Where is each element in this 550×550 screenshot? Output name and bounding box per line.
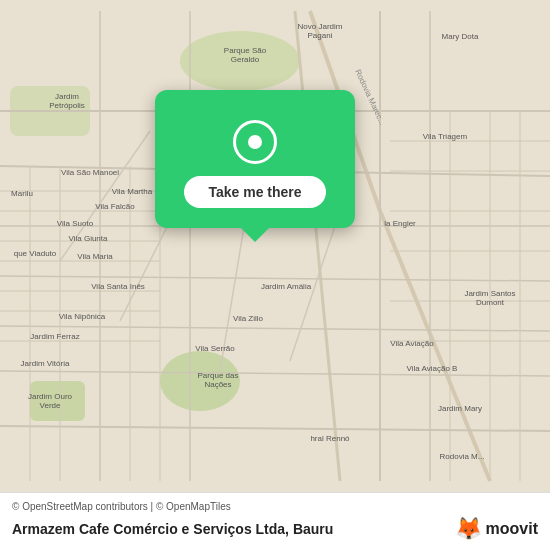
svg-text:Vila Serrão: Vila Serrão — [195, 344, 235, 353]
svg-text:Vila Aviação B: Vila Aviação B — [407, 364, 458, 373]
svg-text:Jardim Ouro: Jardim Ouro — [28, 392, 73, 401]
svg-text:Vila Santa Inês: Vila Santa Inês — [91, 282, 145, 291]
svg-text:Vila Suoto: Vila Suoto — [57, 219, 94, 228]
svg-text:Jardim Santos: Jardim Santos — [464, 289, 515, 298]
svg-text:Pagani: Pagani — [308, 31, 333, 40]
svg-text:Dumont: Dumont — [476, 298, 505, 307]
map-area: Novo Jardim Pagani Mary Dota Parque São … — [0, 0, 550, 492]
moovit-icon: 🦊 — [455, 516, 482, 542]
svg-text:Parque São: Parque São — [224, 46, 267, 55]
place-info-row: Armazem Cafe Comércio e Serviços Ltda, B… — [12, 516, 538, 542]
location-pin-icon — [233, 120, 277, 164]
svg-text:Vila Nipônica: Vila Nipônica — [59, 312, 106, 321]
map-svg: Novo Jardim Pagani Mary Dota Parque São … — [0, 0, 550, 492]
svg-text:Novo Jardim: Novo Jardim — [298, 22, 343, 31]
svg-text:Jardim Vitória: Jardim Vitória — [21, 359, 70, 368]
svg-text:Jardim Amália: Jardim Amália — [261, 282, 312, 291]
map-popup: Take me there — [155, 90, 355, 228]
svg-text:Vila Maria: Vila Maria — [77, 252, 113, 261]
take-me-there-button[interactable]: Take me there — [184, 176, 325, 208]
svg-text:Vila São Manoel: Vila São Manoel — [61, 168, 119, 177]
svg-text:hral Rennó: hral Rennó — [310, 434, 350, 443]
svg-text:Petrópolis: Petrópolis — [49, 101, 85, 110]
svg-text:Nações: Nações — [204, 380, 231, 389]
place-name: Armazem Cafe Comércio e Serviços Ltda, B… — [12, 521, 447, 537]
moovit-logo: 🦊 moovit — [455, 516, 538, 542]
svg-text:Jardim: Jardim — [55, 92, 79, 101]
moovit-text: moovit — [486, 520, 538, 538]
svg-text:Vila Zillo: Vila Zillo — [233, 314, 264, 323]
svg-text:Parque das: Parque das — [198, 371, 239, 380]
bottom-bar: © OpenStreetMap contributors | © OpenMap… — [0, 492, 550, 550]
svg-text:Vila Triagem: Vila Triagem — [423, 132, 468, 141]
svg-text:Jardim Mary: Jardim Mary — [438, 404, 482, 413]
svg-text:Vila Martha: Vila Martha — [112, 187, 153, 196]
main-container: Novo Jardim Pagani Mary Dota Parque São … — [0, 0, 550, 550]
svg-text:Verde: Verde — [40, 401, 61, 410]
svg-text:Vila Falcão: Vila Falcão — [95, 202, 135, 211]
map-attribution: © OpenStreetMap contributors | © OpenMap… — [12, 501, 538, 512]
svg-text:que Viaduto: que Viaduto — [14, 249, 57, 258]
svg-text:Vila Aviação: Vila Aviação — [390, 339, 434, 348]
svg-text:Vila Giunta: Vila Giunta — [69, 234, 109, 243]
svg-text:Mary Dota: Mary Dota — [442, 32, 479, 41]
svg-text:la Engler: la Engler — [384, 219, 416, 228]
pin-center — [248, 135, 262, 149]
svg-text:Jardim Ferraz: Jardim Ferraz — [30, 332, 79, 341]
svg-text:Marilu: Marilu — [11, 189, 33, 198]
svg-text:Geraldo: Geraldo — [231, 55, 260, 64]
svg-text:Rodovia M...: Rodovia M... — [440, 452, 485, 461]
